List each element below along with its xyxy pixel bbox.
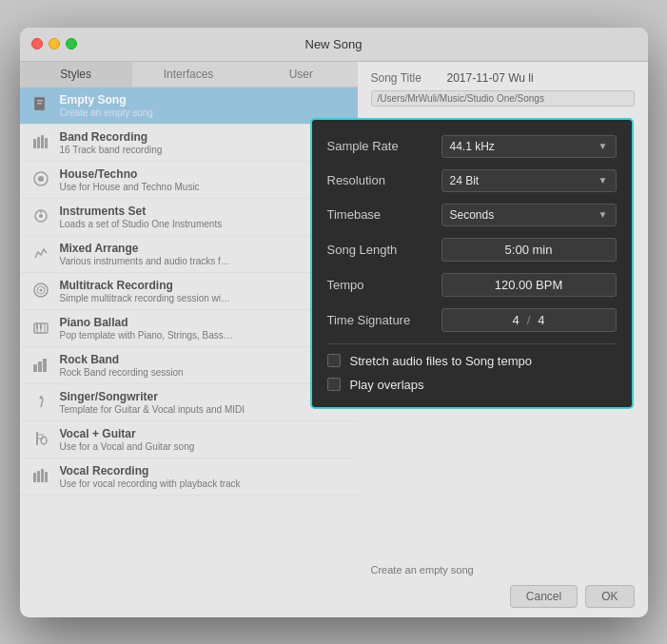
list-item[interactable]: Instruments Set Loads a set of Studio On…: [20, 199, 358, 236]
sample-rate-label: Sample Rate: [327, 139, 441, 153]
item-title: Vocal + Guitar: [60, 427, 195, 440]
list-item[interactable]: Band Recording 16 Track band recording: [20, 125, 358, 162]
list-item[interactable]: House/Techno Use for House and Techno Mu…: [20, 162, 358, 199]
svg-rect-23: [43, 359, 47, 372]
svg-rect-2: [37, 103, 42, 105]
item-title: Rock Band: [60, 353, 184, 366]
svg-point-24: [39, 396, 42, 399]
item-subtitle: Template for Guitar & Vocal inputs and M…: [60, 404, 245, 415]
song-title-value: 2017-11-07 Wu li: [447, 71, 534, 85]
time-sig-numerator: 4: [512, 313, 519, 327]
svg-rect-3: [33, 139, 36, 148]
close-button[interactable]: [31, 38, 43, 49]
svg-rect-6: [45, 138, 48, 148]
svg-point-14: [39, 288, 42, 291]
stretch-checkbox-row: Stretch audio files to Song tempo: [327, 354, 617, 368]
time-sig-slash: /: [527, 313, 531, 327]
item-text-singer: Singer/Songwriter Template for Guitar & …: [60, 390, 245, 415]
tempo-value[interactable]: 120.00 BPM: [441, 273, 617, 297]
play-overlaps-checkbox[interactable]: [327, 378, 341, 391]
item-text-empty-song: Empty Song Create an empty song: [60, 93, 153, 118]
item-title: Piano Ballad: [60, 316, 233, 329]
svg-point-8: [38, 176, 44, 182]
svg-rect-30: [37, 471, 40, 482]
item-title: Vocal Recording: [60, 464, 241, 478]
svg-rect-32: [45, 472, 48, 482]
item-subtitle: Use for a Vocal and Guitar song: [60, 441, 195, 452]
tempo-row: Tempo 120.00 BPM: [327, 273, 617, 297]
divider: [327, 343, 617, 344]
timebase-value: Seconds: [450, 208, 495, 222]
stretch-checkbox[interactable]: [327, 354, 341, 367]
sample-rate-select[interactable]: 44.1 kHz ▼: [441, 135, 617, 158]
sample-rate-value: 44.1 kHz: [450, 140, 495, 153]
item-text-rock: Rock Band Rock Band recording session: [60, 353, 184, 378]
ok-button[interactable]: OK: [585, 585, 634, 608]
item-icon-vocal-recording: [29, 464, 52, 487]
stretch-label: Stretch audio files to Song tempo: [350, 354, 533, 368]
item-icon-mixed: [29, 242, 52, 264]
tabs-row: Styles Interfaces User: [20, 62, 358, 88]
window-title: New Song: [305, 37, 363, 51]
path-value: /Users/MrWuli/Music/Studio One/Songs: [371, 90, 635, 107]
list-item[interactable]: Empty Song Create an empty song: [20, 88, 358, 125]
item-text-band: Band Recording 16 Track band recording: [60, 130, 163, 155]
sample-rate-row: Sample Rate 44.1 kHz ▼: [327, 135, 617, 158]
maximize-button[interactable]: [66, 38, 77, 49]
tempo-label: Tempo: [327, 278, 441, 292]
list-item[interactable]: Rock Band Rock Band recording session: [20, 347, 358, 384]
item-subtitle: Use for House and Techno Music: [60, 182, 200, 192]
btn-row: Cancel OK: [371, 585, 635, 608]
resolution-select[interactable]: 24 Bit ▼: [441, 169, 617, 192]
item-subtitle: Simple multitrack recording session wi…: [60, 293, 231, 303]
item-icon-house: [29, 167, 52, 190]
resolution-value: 24 Bit: [450, 174, 480, 187]
item-text-piano: Piano Ballad Pop template with Piano, St…: [60, 316, 233, 341]
item-icon-piano: [29, 316, 52, 339]
tab-user[interactable]: User: [245, 62, 357, 87]
svg-rect-20: [40, 323, 42, 329]
list-item[interactable]: Vocal + Guitar Use for a Vocal and Guita…: [20, 421, 358, 459]
item-subtitle: Use for vocal recording with playback tr…: [60, 478, 241, 489]
overlay-panel: Sample Rate 44.1 kHz ▼ Resolution 24 Bit…: [310, 118, 634, 409]
song-length-value[interactable]: 5:00 min: [441, 238, 617, 262]
svg-point-10: [39, 214, 43, 218]
list-item[interactable]: Mixed Arrange Various instruments and au…: [20, 236, 358, 273]
tab-styles[interactable]: Styles: [20, 62, 132, 87]
minimize-button[interactable]: [49, 38, 60, 49]
timebase-select[interactable]: Seconds ▼: [441, 204, 617, 226]
item-text-mixed: Mixed Arrange Various instruments and au…: [60, 242, 230, 266]
item-text-vocal-guitar: Vocal + Guitar Use for a Vocal and Guita…: [60, 427, 195, 452]
item-title: Singer/Songwriter: [60, 390, 245, 403]
svg-rect-5: [41, 135, 44, 148]
timebase-label: Timebase: [327, 207, 441, 222]
item-text-vocal-recording: Vocal Recording Use for vocal recording …: [60, 464, 241, 489]
item-title: Empty Song: [60, 93, 153, 107]
chevron-down-icon: ▼: [598, 209, 608, 220]
list-item[interactable]: Vocal Recording Use for vocal recording …: [20, 459, 358, 496]
item-text-multitrack: Multitrack Recording Simple multitrack r…: [60, 279, 231, 303]
item-subtitle: Various instruments and audio tracks f…: [60, 256, 230, 266]
svg-rect-31: [41, 469, 44, 482]
time-signature-label: Time Signature: [327, 313, 441, 327]
song-title-label: Song Title: [371, 71, 447, 85]
list-item[interactable]: Multitrack Recording Simple multitrack r…: [20, 273, 358, 310]
svg-rect-29: [33, 473, 36, 482]
item-subtitle: 16 Track band recording: [60, 145, 163, 155]
item-icon-multitrack: [29, 279, 52, 302]
right-bottom: Create an empty song Cancel OK: [371, 564, 635, 608]
app-window: New Song Styles Interfaces User Empty So…: [20, 28, 648, 617]
item-icon-singer: [29, 390, 52, 413]
cancel-button[interactable]: Cancel: [510, 585, 578, 608]
item-text-house: House/Techno Use for House and Techno Mu…: [60, 167, 200, 192]
svg-rect-21: [33, 364, 37, 372]
titlebar: New Song: [20, 28, 648, 62]
tab-interfaces[interactable]: Interfaces: [132, 62, 245, 87]
item-icon-instruments: [29, 205, 52, 227]
time-signature-container[interactable]: 4 / 4: [441, 308, 617, 332]
list-item[interactable]: Piano Ballad Pop template with Piano, St…: [20, 310, 358, 347]
list-item[interactable]: Singer/Songwriter Template for Guitar & …: [20, 384, 358, 421]
item-title: Instruments Set: [60, 205, 223, 218]
item-text-instruments: Instruments Set Loads a set of Studio On…: [60, 205, 223, 229]
svg-rect-4: [37, 137, 40, 148]
